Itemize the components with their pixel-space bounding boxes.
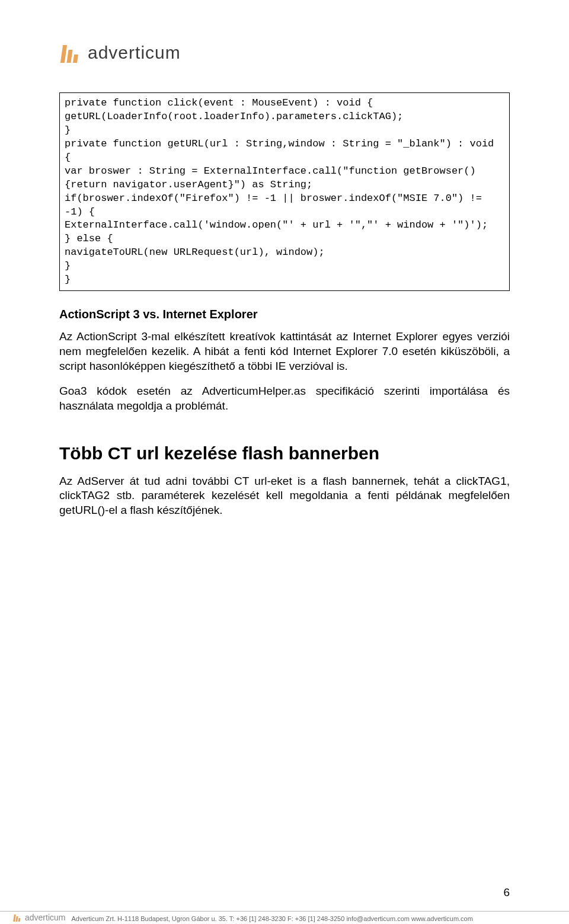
logo-text: adverticum: [88, 43, 181, 63]
footer-logo: adverticum: [13, 913, 65, 922]
document-page: adverticum private function click(event …: [0, 0, 569, 924]
logo-icon: [13, 913, 21, 922]
paragraph: Az ActionScript 3-mal elkészített kreatí…: [59, 330, 510, 373]
header-logo: adverticum: [59, 41, 510, 63]
page-footer: adverticum Adverticum Zrt. H-1118 Budape…: [0, 911, 569, 924]
footer-brand: adverticum: [25, 913, 65, 922]
footer-contact-text: Adverticum Zrt. H-1118 Budapest, Ugron G…: [65, 915, 556, 922]
paragraph: Az AdServer át tud adni további CT url-e…: [59, 474, 510, 518]
page-number: 6: [503, 886, 510, 899]
heading-actionscript-vs-ie: ActionScript 3 vs. Internet Explorer: [59, 308, 510, 321]
paragraph: Goa3 kódok esetén az AdverticumHelper.as…: [59, 384, 510, 413]
code-block: private function click(event : MouseEven…: [59, 92, 510, 291]
logo-icon: [59, 41, 81, 63]
heading-multiple-ct-url: Több CT url kezelése flash bannerben: [59, 443, 510, 463]
